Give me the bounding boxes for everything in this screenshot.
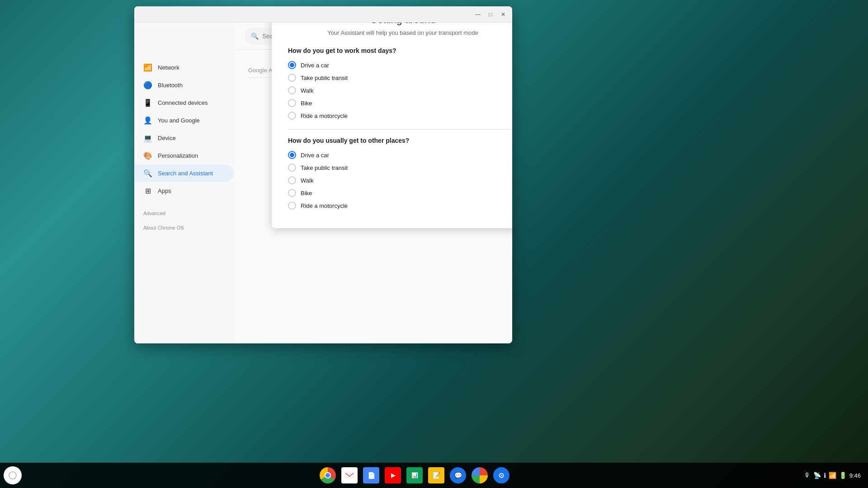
window-titlebar: — □ ✕ xyxy=(134,6,512,23)
mic-icon[interactable]: 🎙 xyxy=(804,472,811,479)
q2-motorcycle-radio[interactable] xyxy=(288,202,296,210)
q2-transit-label: Take public transit xyxy=(301,164,348,171)
advanced-section-label: Advanced xyxy=(134,207,237,218)
taskbar-settings[interactable]: ⚙ xyxy=(491,465,511,485)
taskbar-photos[interactable] xyxy=(470,465,490,485)
grid-icon: ⊞ xyxy=(143,187,152,195)
q1-walk-label: Walk xyxy=(301,87,313,94)
dialog-title: Getting around xyxy=(288,23,512,26)
q2-bike-radio[interactable] xyxy=(288,189,296,197)
sidebar-item-label: Personalization xyxy=(158,152,198,159)
q1-option-bike[interactable]: Bike xyxy=(288,97,512,109)
taskbar-youtube[interactable]: ▶ xyxy=(383,465,403,485)
q2-drive-label: Drive a car xyxy=(301,152,329,159)
sidebar-item-label: Apps xyxy=(158,188,171,194)
q1-bike-label: Bike xyxy=(301,100,312,107)
settings-window: — □ ✕ 🔍 📶 Network 🔵 Bluetooth 📱 Connecte… xyxy=(134,6,512,343)
dialog-subtitle: Your Assistant will help you based on yo… xyxy=(288,29,512,36)
sidebar-item-label: Device xyxy=(158,135,176,141)
q1-transit-label: Take public transit xyxy=(301,75,348,81)
sidebar-item-label: Connected devices xyxy=(158,99,208,106)
taskbar-apps: 📄 ▶ 📊 📝 💬 ⚙ xyxy=(25,465,804,485)
taskbar-docs[interactable]: 📄 xyxy=(361,465,381,485)
q2-option-walk[interactable]: Walk xyxy=(288,174,512,187)
q1-option-motorcycle[interactable]: Ride a motorcycle xyxy=(288,109,512,122)
cast-icon[interactable]: 📡 xyxy=(813,472,821,479)
info-icon[interactable]: ℹ xyxy=(824,472,826,479)
close-button[interactable]: ✕ xyxy=(498,9,509,20)
sidebar-item-bluetooth[interactable]: 🔵 Bluetooth xyxy=(134,76,234,94)
system-tray: 🎙 📡 ℹ 📶 🔋 9:46 xyxy=(804,472,864,479)
q1-motorcycle-label: Ride a motorcycle xyxy=(301,113,348,119)
question-2-section: How do you usually get to other places? … xyxy=(288,137,512,212)
q2-motorcycle-label: Ride a motorcycle xyxy=(301,202,348,209)
q1-drive-label: Drive a car xyxy=(301,62,329,69)
q1-option-drive[interactable]: Drive a car xyxy=(288,59,512,71)
q1-option-walk[interactable]: Walk xyxy=(288,84,512,97)
battery-icon: 🔋 xyxy=(839,472,847,479)
launcher-button[interactable] xyxy=(4,466,22,484)
q1-drive-radio[interactable] xyxy=(288,61,296,69)
q2-transit-radio[interactable] xyxy=(288,164,296,172)
dialog-overlay: ← ✕ Getting around Your Assistant will h… xyxy=(237,23,512,343)
q2-option-bike[interactable]: Bike xyxy=(288,187,512,199)
sidebar-item-label: Bluetooth xyxy=(158,82,183,89)
sidebar-item-personalization[interactable]: 🎨 Personalization xyxy=(134,147,234,164)
brush-icon: 🎨 xyxy=(143,151,152,160)
sidebar: 📶 Network 🔵 Bluetooth 📱 Connected device… xyxy=(134,23,237,343)
q2-option-motorcycle[interactable]: Ride a motorcycle xyxy=(288,199,512,212)
taskbar-sheets[interactable]: 📊 xyxy=(405,465,425,485)
sidebar-item-you-and-google[interactable]: 👤 You and Google xyxy=(134,112,234,129)
sidebar-item-label: Network xyxy=(158,64,179,71)
section-divider xyxy=(288,129,512,130)
laptop-icon: 💻 xyxy=(143,134,152,142)
q1-walk-radio[interactable] xyxy=(288,86,296,94)
sidebar-item-apps[interactable]: ⊞ Apps xyxy=(134,182,234,200)
q2-walk-label: Walk xyxy=(301,177,313,184)
sidebar-item-label: You and Google xyxy=(158,117,200,124)
q2-bike-label: Bike xyxy=(301,190,312,197)
maximize-button[interactable]: □ xyxy=(485,9,496,20)
person-icon: 👤 xyxy=(143,116,152,125)
getting-around-dialog: ← ✕ Getting around Your Assistant will h… xyxy=(272,23,512,228)
taskbar-keep[interactable]: 📝 xyxy=(426,465,446,485)
q2-drive-radio[interactable] xyxy=(288,151,296,159)
q1-transit-radio[interactable] xyxy=(288,74,296,82)
question-1-section: How do you get to work most days? Drive … xyxy=(288,47,512,122)
q1-option-transit[interactable]: Take public transit xyxy=(288,71,512,84)
q1-motorcycle-radio[interactable] xyxy=(288,112,296,120)
taskbar-gmail[interactable] xyxy=(340,465,359,485)
main-content: Google Assistant ← ✕ xyxy=(237,23,512,343)
q2-option-transit[interactable]: Take public transit xyxy=(288,161,512,174)
sidebar-item-connected-devices[interactable]: 📱 Connected devices xyxy=(134,94,234,112)
svg-rect-1 xyxy=(344,472,354,479)
search-nav-icon: 🔍 xyxy=(143,169,152,178)
svg-point-0 xyxy=(9,472,16,479)
phone-icon: 📱 xyxy=(143,99,152,107)
sidebar-item-label: Search and Assistant xyxy=(158,170,213,177)
clock[interactable]: 9:46 xyxy=(849,472,861,479)
sidebar-item-device[interactable]: 💻 Device xyxy=(134,129,234,147)
q2-walk-radio[interactable] xyxy=(288,176,296,184)
sidebar-item-network[interactable]: 📶 Network xyxy=(134,59,234,76)
bluetooth-icon: 🔵 xyxy=(143,81,152,89)
q1-bike-radio[interactable] xyxy=(288,99,296,107)
q2-option-drive[interactable]: Drive a car xyxy=(288,149,512,161)
taskbar-chat[interactable]: 💬 xyxy=(448,465,468,485)
question-2-text: How do you usually get to other places? xyxy=(288,137,512,144)
dialog-body: Getting around Your Assistant will help … xyxy=(272,23,512,228)
minimize-button[interactable]: — xyxy=(472,9,483,20)
taskbar: 📄 ▶ 📊 📝 💬 ⚙ 🎙 📡 ℹ 📶 🔋 9:46 xyxy=(0,463,868,488)
taskbar-chrome[interactable] xyxy=(318,465,338,485)
sidebar-item-search-and-assistant[interactable]: 🔍 Search and Assistant xyxy=(134,164,234,182)
question-1-text: How do you get to work most days? xyxy=(288,47,512,54)
wifi-tray-icon[interactable]: 📶 xyxy=(829,472,836,479)
wifi-icon: 📶 xyxy=(143,63,152,72)
about-chrome-os-label: About Chrome OS xyxy=(134,221,237,232)
